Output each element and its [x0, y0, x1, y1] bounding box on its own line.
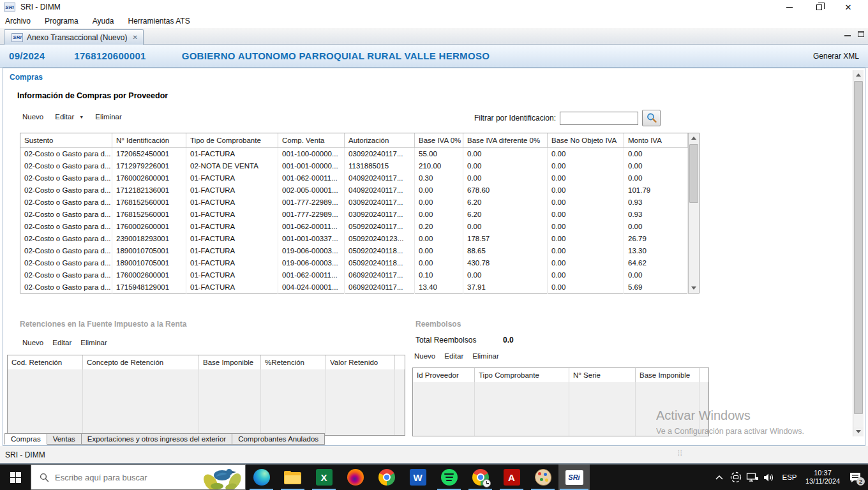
table-row[interactable]: 02-Costo o Gasto para d...17600026000010…	[20, 269, 688, 281]
search-box-artwork	[198, 465, 245, 490]
panel-scrollbar[interactable]	[853, 70, 864, 436]
editar-button[interactable]: Editar▼	[55, 113, 84, 121]
section-tab-exportaciones[interactable]: Exportaciones y otros ingresos del exter…	[82, 433, 232, 445]
taskbar-app-edge[interactable]	[246, 464, 277, 490]
cell: 050920240117...	[345, 221, 415, 233]
cell: 0.00	[415, 184, 463, 197]
taskbar-app-paint[interactable]	[527, 464, 558, 490]
scroll-up-icon[interactable]	[689, 133, 699, 143]
total-reembolsos-value: 0.0	[503, 336, 514, 345]
taskbar: XWASRi	[0, 464, 868, 490]
cell: 002-005-00001...	[278, 184, 345, 197]
column-line	[326, 369, 395, 435]
panel-scrollbar-thumb[interactable]	[854, 81, 863, 414]
cell: 01-FACTURA	[186, 257, 278, 269]
ret-eliminar-button[interactable]: Eliminar	[80, 339, 107, 346]
status-bar: SRI - DIMM ⁞⁞	[0, 446, 868, 464]
column-line	[475, 382, 569, 436]
view-maximize-icon[interactable]	[858, 31, 864, 37]
cell: 0.00	[415, 197, 463, 209]
nuevo-button[interactable]: Nuevo	[22, 113, 43, 121]
taskbar-app-chrome-profile[interactable]	[465, 464, 496, 490]
taskbar-app-acrobat[interactable]: A	[496, 464, 527, 490]
table-row[interactable]: 02-Costo o Gasto para d...23900182930010…	[20, 233, 688, 245]
menu-item-herramientas-ats[interactable]: Herramientas ATS	[128, 17, 190, 26]
reemb-eliminar-button[interactable]: Eliminar	[472, 352, 499, 360]
scrollbar-thumb[interactable]	[689, 144, 698, 203]
close-icon: ✕	[845, 3, 852, 11]
screen-capture-icon	[730, 471, 742, 484]
generar-xml-button[interactable]: Generar XML	[813, 52, 859, 61]
minimize-button[interactable]	[775, 0, 804, 14]
table-row[interactable]: 02-Costo o Gasto para d...17159481290010…	[20, 281, 688, 293]
taskbar-app-word[interactable]: W	[402, 464, 433, 490]
editor-tab-bar: SRi Anexo Transaccional (Nuevo) ✕	[0, 28, 868, 45]
table-row[interactable]: 02-Costo o Gasto para d...17681525600010…	[20, 209, 688, 221]
panel-scroll-down-icon[interactable]	[853, 427, 864, 436]
reemb-editar-button[interactable]: Editar	[444, 352, 463, 360]
tray-capture-button[interactable]	[728, 464, 744, 490]
menu-item-archivo[interactable]: Archivo	[5, 17, 31, 26]
section-tab-comprobantes[interactable]: Comprobantes Anulados	[232, 433, 325, 445]
table-row[interactable]: 02-Costo o Gasto para d...17681525600010…	[20, 197, 688, 209]
close-button[interactable]: ✕	[834, 0, 863, 14]
cell: 060920240117...	[345, 281, 415, 293]
table-row[interactable]: 02-Costo o Gasto para d...18900107050010…	[20, 245, 688, 257]
tray-language[interactable]: ESP	[777, 464, 802, 490]
ret-editar-button[interactable]: Editar	[52, 339, 71, 346]
taskbar-search[interactable]	[31, 464, 246, 490]
cell: 02-Costo o Gasto para d...	[20, 257, 112, 269]
table-row[interactable]: 02-Costo o Gasto para d...17600026000010…	[20, 172, 688, 184]
table-row[interactable]: 02-Costo o Gasto para d...17600026000010…	[20, 221, 688, 233]
column-line	[8, 369, 83, 435]
search-input[interactable]	[55, 473, 176, 482]
cell: 001-062-00011...	[278, 269, 345, 281]
panel-scroll-up-icon[interactable]	[853, 70, 864, 80]
view-minimize-icon[interactable]	[844, 31, 851, 37]
cell: 030920240117...	[345, 209, 415, 221]
cell: 01-FACTURA	[186, 281, 278, 293]
cell: 02-Costo o Gasto para d...	[20, 172, 112, 184]
reemb-nuevo-button[interactable]: Nuevo	[414, 352, 435, 360]
menu-item-programa[interactable]: Programa	[45, 17, 79, 26]
table-row[interactable]: 02-Costo o Gasto para d...17129792260010…	[20, 160, 688, 172]
start-button[interactable]	[0, 464, 31, 490]
taskbar-app-firefox[interactable]	[340, 464, 371, 490]
notification-center-button[interactable]: 2	[844, 464, 867, 490]
filter-search-button[interactable]	[642, 110, 661, 126]
retenciones-toolbar: Nuevo Editar Eliminar	[22, 339, 107, 346]
taskbar-app-excel[interactable]: X	[308, 464, 340, 490]
tray-clock[interactable]: 10:3713/11/2024	[802, 464, 844, 490]
section-tab-ventas[interactable]: Ventas	[47, 433, 82, 445]
compras-table-scrollbar[interactable]	[688, 133, 699, 293]
section-tab-compras[interactable]: Compras	[4, 433, 47, 445]
editar-dropdown-icon[interactable]: ▼	[79, 115, 84, 119]
filter-input[interactable]	[560, 112, 638, 125]
taskbar-app-file-explorer[interactable]	[277, 464, 308, 490]
taskbar-app-sri[interactable]: SRi	[558, 464, 590, 490]
speaker-icon	[763, 472, 775, 483]
eliminar-button[interactable]: Eliminar	[95, 113, 122, 121]
column-header: Comp. Venta	[278, 133, 345, 147]
section-tabs: ComprasVentasExportaciones y otros ingre…	[4, 433, 325, 445]
table-row[interactable]: 02-Costo o Gasto para d...18900107050010…	[20, 257, 688, 269]
scroll-down-icon[interactable]	[689, 283, 699, 293]
cell: 0.00	[415, 209, 463, 221]
ret-nuevo-button[interactable]: Nuevo	[22, 339, 43, 346]
tab-close-icon[interactable]: ✕	[132, 34, 137, 41]
menu-item-ayuda[interactable]: Ayuda	[93, 17, 114, 26]
minimize-icon	[786, 7, 793, 8]
tray-network-button[interactable]	[744, 464, 761, 490]
taskbar-app-chrome[interactable]	[371, 464, 402, 490]
window-title: SRI - DIMM	[20, 3, 61, 11]
cell: 02-NOTA DE VENTA	[186, 160, 278, 172]
tab-anexo-transaccional[interactable]: SRi Anexo Transaccional (Nuevo) ✕	[4, 29, 144, 45]
tray-chevron-button[interactable]	[711, 464, 728, 490]
restore-button[interactable]	[804, 0, 834, 14]
tray-volume-button[interactable]	[761, 464, 777, 490]
table-row[interactable]: 02-Costo o Gasto para d...17121821360010…	[20, 184, 688, 197]
taskbar-app-spotify[interactable]	[433, 464, 465, 490]
cell: 0.10	[415, 269, 463, 281]
search-icon	[40, 473, 49, 482]
table-row[interactable]: 02-Costo o Gasto para d...17206524500010…	[20, 148, 688, 160]
